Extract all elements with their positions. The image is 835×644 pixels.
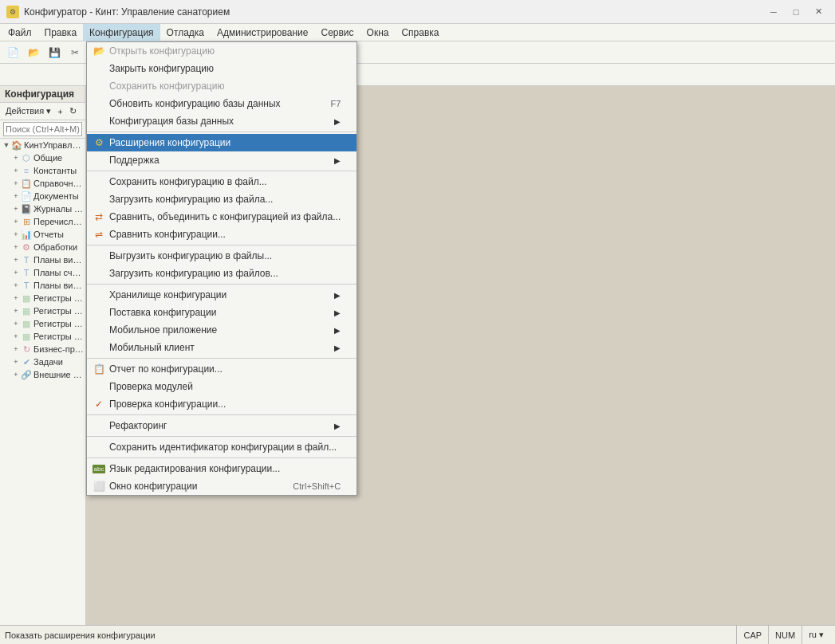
- menu-item-db-config[interactable]: Конфигурация базы данных ▶: [87, 112, 356, 130]
- tree-item-tasks[interactable]: + ✔ Задачи: [0, 355, 85, 368]
- menu-admin[interactable]: Администрирование: [211, 24, 314, 41]
- maximize-button[interactable]: □: [786, 4, 806, 20]
- tree-item-common[interactable]: + ⬡ Общие: [0, 151, 85, 164]
- expand-doc[interactable]: +: [11, 191, 21, 201]
- menu-edit[interactable]: Правка: [38, 24, 84, 41]
- sidebar-actions: Действия ▾ + ↻: [0, 103, 85, 120]
- expand-enum[interactable]: +: [11, 217, 21, 226]
- menu-help[interactable]: Справка: [395, 24, 445, 41]
- window-shortcut: Ctrl+Shift+C: [277, 481, 341, 491]
- expand-biz[interactable]: +: [11, 344, 21, 354]
- menu-service[interactable]: Сервис: [314, 24, 360, 41]
- expand-planv[interactable]: +: [11, 255, 21, 265]
- sidebar-refresh-btn[interactable]: ↻: [67, 105, 79, 117]
- menu-item-open[interactable]: 📂 Открыть конфигурацию: [87, 42, 356, 60]
- expand-regn[interactable]: +: [11, 306, 21, 316]
- menu-item-save-id[interactable]: Сохранить идентификатор конфигурации в ф…: [87, 438, 356, 456]
- sep-after-load-files: [87, 284, 356, 285]
- menu-load-files-label: Загрузить конфигурацию из файлов...: [109, 268, 278, 279]
- tb-cut[interactable]: ✂: [65, 44, 85, 61]
- menu-item-compare[interactable]: ⇌ Сравнить конфигурации...: [87, 226, 356, 243]
- menu-load-file-label: Загрузить конфигурацию из файла...: [109, 194, 273, 205]
- tree-item-const[interactable]: + ≡ Константы: [0, 164, 85, 177]
- mobile-client-arrow: ▶: [326, 344, 341, 352]
- expand-root[interactable]: ▼: [2, 140, 11, 150]
- expand-journal[interactable]: +: [11, 204, 21, 214]
- tree-item-plans[interactable]: + Т Планы счет...: [0, 266, 85, 279]
- tree-item-regs[interactable]: + ▦ Регистры св...: [0, 292, 85, 304]
- tree-item-biz[interactable]: + ↻ Бизнес-про...: [0, 343, 85, 355]
- expand-regr[interactable]: +: [11, 332, 21, 341]
- menu-item-update-db[interactable]: Обновить конфигурацию базы данных F7: [87, 95, 356, 112]
- expand-process[interactable]: +: [11, 242, 21, 252]
- menu-item-mobile-app[interactable]: Мобильное приложение ▶: [87, 321, 356, 339]
- menu-item-save[interactable]: Сохранить конфигурацию: [87, 77, 356, 95]
- tree-item-regr[interactable]: + ▦ Регистры ра...: [0, 330, 85, 343]
- menu-item-export-files[interactable]: Выгрузить конфигурацию в файлы...: [87, 247, 356, 265]
- search-input[interactable]: [3, 122, 82, 136]
- tree-item-journal[interactable]: + 📓 Журналы до...: [0, 202, 85, 215]
- menu-item-refactor[interactable]: Рефакторинг ▶: [87, 417, 356, 434]
- menu-item-check-modules[interactable]: Проверка модулей: [87, 378, 356, 395]
- menu-item-close[interactable]: Закрыть конфигурацию: [87, 60, 356, 77]
- expand-regs[interactable]: +: [11, 293, 21, 303]
- menu-file[interactable]: Файл: [2, 24, 38, 41]
- expand-common[interactable]: +: [11, 153, 21, 163]
- menu-update-db-label: Обновить конфигурацию базы данных: [109, 98, 281, 109]
- tree-item-root[interactable]: ▼ 🏠 КинтУправлени...: [0, 139, 85, 151]
- menu-item-lang[interactable]: abc Язык редактирования конфигурации...: [87, 460, 356, 477]
- tree-item-doc[interactable]: + 📄 Документы: [0, 190, 85, 202]
- expand-tasks[interactable]: +: [11, 357, 21, 367]
- tree-item-enum[interactable]: + ⊞ Перечислен...: [0, 215, 85, 228]
- expand-ext[interactable]: +: [11, 370, 21, 379]
- lang-indicator[interactable]: ru ▾: [802, 626, 830, 645]
- tb-save[interactable]: 💾: [45, 44, 64, 61]
- menu-item-extensions[interactable]: ⚙ Расширения конфигурации: [87, 134, 356, 151]
- menu-item-load-file[interactable]: Загрузить конфигурацию из файла...: [87, 190, 356, 208]
- menu-mobile-client-label: Мобильный клиент: [109, 342, 195, 353]
- tree-item-planv[interactable]: + Т Планы видо...: [0, 253, 85, 266]
- menu-item-report-config[interactable]: 📋 Отчет по конфигурации...: [87, 360, 356, 378]
- menu-item-window[interactable]: ⬜ Окно конфигурации Ctrl+Shift+C: [87, 477, 356, 495]
- tree-item-process[interactable]: + ⚙ Обработки: [0, 241, 85, 253]
- icon-ref: 📋: [21, 178, 32, 189]
- tree-item-regn[interactable]: + ▦ Регистры на...: [0, 304, 85, 317]
- menu-item-delivery[interactable]: Поставка конфигурации ▶: [87, 304, 356, 321]
- menu-item-mobile-client[interactable]: Мобильный клиент ▶: [87, 339, 356, 356]
- menu-item-storage[interactable]: Хранилище конфигурации ▶: [87, 286, 356, 304]
- expand-plans[interactable]: +: [11, 268, 21, 277]
- tree-item-ref[interactable]: + 📋 Справочник...: [0, 177, 85, 190]
- tree-item-ext[interactable]: + 🔗 Внешние ис...: [0, 368, 85, 381]
- menu-item-check-config[interactable]: ✓ Проверка конфигурации...: [87, 395, 356, 413]
- actions-dropdown[interactable]: Действия ▾: [3, 105, 53, 117]
- menu-windows[interactable]: Окна: [360, 24, 396, 41]
- sep-after-refactor: [87, 436, 356, 437]
- status-text: Показать расширения конфигурации: [5, 630, 736, 640]
- menu-item-load-files[interactable]: Загрузить конфигурацию из файлов...: [87, 265, 356, 282]
- menu-debug[interactable]: Отладка: [160, 24, 211, 41]
- menu-item-compare-merge[interactable]: ⇄ Сравнить, объединить с конфигурацией и…: [87, 208, 356, 226]
- expand-report[interactable]: +: [11, 230, 21, 239]
- expand-ref[interactable]: +: [11, 179, 21, 188]
- menu-extensions-label: Расширения конфигурации: [109, 137, 230, 148]
- tree-item-report[interactable]: + 📊 Отчеты: [0, 228, 85, 241]
- sidebar-add-btn[interactable]: +: [55, 106, 65, 117]
- tb-open[interactable]: 📂: [24, 44, 43, 61]
- menu-item-save-file[interactable]: Сохранить конфигурацию в файл...: [87, 173, 356, 190]
- load-file-icon: [92, 192, 106, 206]
- expand-planvi[interactable]: +: [11, 281, 21, 290]
- menu-config[interactable]: Конфигурация: [83, 24, 160, 41]
- close-button[interactable]: ✕: [808, 4, 829, 20]
- window-title: Конфигуратор - Кинт: Управление санатори…: [24, 6, 763, 18]
- menu-item-support[interactable]: Поддержка ▶: [87, 151, 356, 169]
- sep-after-db-config: [87, 132, 356, 132]
- menu-save-label: Сохранить конфигурацию: [109, 80, 224, 92]
- expand-regb[interactable]: +: [11, 319, 21, 328]
- expand-const[interactable]: +: [11, 166, 21, 175]
- minimize-button[interactable]: ─: [763, 4, 784, 20]
- tree-item-regb[interactable]: + ▦ Регистры бу...: [0, 317, 85, 330]
- tb-new[interactable]: 📄: [3, 44, 22, 61]
- tree-item-planvi[interactable]: + Т Планы видо...: [0, 279, 85, 292]
- menu-lang-label: Язык редактирования конфигурации...: [109, 463, 280, 474]
- menu-db-config-label: Конфигурация базы данных: [109, 116, 234, 127]
